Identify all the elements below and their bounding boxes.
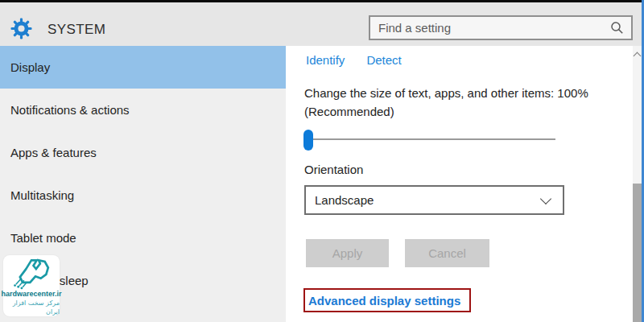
display-action-links: Identify Detect <box>306 53 402 67</box>
search-box[interactable] <box>369 15 633 40</box>
orientation-selected-value: Landscape <box>315 193 374 207</box>
wrench-logo-icon <box>9 258 54 290</box>
apply-button[interactable]: Apply <box>306 239 389 267</box>
sidebar-item-label: Display <box>10 60 50 74</box>
sidebar-item-notifications[interactable]: Notifications & actions <box>0 89 286 131</box>
sidebar-item-label: Multitasking <box>10 188 74 202</box>
search-input[interactable] <box>370 21 610 35</box>
sidebar-item-label: Notifications & actions <box>10 103 130 117</box>
scrollbar[interactable] <box>633 46 642 322</box>
watermark-site-text: hardwarecenter.ir <box>1 290 61 299</box>
page-title: SYSTEM <box>47 22 105 38</box>
scroll-up-icon[interactable] <box>634 52 642 60</box>
orientation-dropdown[interactable]: Landscape <box>304 185 564 215</box>
annotation-highlight-box: Advanced display settings <box>303 288 471 312</box>
sidebar-item-label: Apps & features <box>10 146 97 159</box>
identify-link[interactable]: Identify <box>306 53 345 67</box>
sidebar-item-apps-features[interactable]: Apps & features <box>0 131 286 174</box>
scrollbar-thumb[interactable] <box>633 184 642 322</box>
watermark-caption-text: مرکز سخت افزار ایران <box>3 299 60 316</box>
search-icon[interactable] <box>610 21 624 35</box>
scaling-slider-thumb[interactable] <box>303 130 313 151</box>
scaling-description: Change the size of text, apps, and other… <box>304 84 622 121</box>
sidebar-item-display[interactable]: Display <box>0 46 286 89</box>
watermark-logo: hardwarecenter.ir مرکز سخت افزار ایران <box>3 255 60 316</box>
advanced-display-settings-link[interactable]: Advanced display settings <box>308 294 460 308</box>
sidebar-item-multitasking[interactable]: Multitasking <box>0 174 286 217</box>
detect-link[interactable]: Detect <box>366 53 401 67</box>
settings-window: SYSTEM Display Notifications & actions A… <box>0 0 644 322</box>
scaling-description-line2: (Recommended) <box>304 102 622 121</box>
cancel-button[interactable]: Cancel <box>405 239 489 267</box>
sidebar-item-tablet-mode[interactable]: Tablet mode <box>0 217 286 259</box>
scaling-description-line1: Change the size of text, apps, and other… <box>304 84 622 102</box>
chevron-down-icon <box>540 193 551 204</box>
sidebar-item-label: Tablet mode <box>10 231 76 245</box>
orientation-label: Orientation <box>304 163 363 176</box>
settings-gear-icon <box>10 18 32 39</box>
scaling-slider-track[interactable] <box>304 138 555 140</box>
